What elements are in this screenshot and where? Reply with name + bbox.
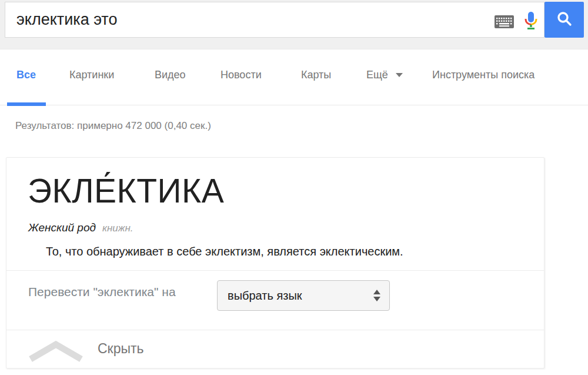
tab-news[interactable]: Новости	[220, 69, 262, 81]
search-button[interactable]	[544, 2, 584, 38]
tab-more-label: Ещё	[366, 69, 388, 81]
language-select-value: выбрать язык	[218, 289, 302, 303]
hide-card-button[interactable]: Скрыть	[6, 330, 544, 369]
spinner-down-arrow	[373, 297, 380, 301]
spinner-up-arrow	[373, 290, 380, 294]
word-title: ЭКЛЕ́КТИКА	[28, 172, 224, 210]
active-tab-underline	[7, 102, 46, 106]
search-box[interactable]	[5, 2, 544, 38]
dictionary-card: ЭКЛЕ́КТИКА Женский родкнижн. То, что обн…	[6, 157, 544, 369]
word-gender: Женский род	[28, 221, 96, 234]
result-tabs: Все Картинки Видео Новости Карты Ещё Инс…	[0, 50, 588, 105]
keyboard-icon[interactable]	[495, 15, 514, 31]
tab-more[interactable]: Ещё	[366, 69, 403, 81]
select-spinner-icon	[373, 281, 380, 310]
search-icon	[556, 11, 573, 29]
hide-label: Скрыть	[98, 341, 144, 357]
word-register: книжн.	[102, 223, 133, 234]
translate-label: Перевести "эклектика" на	[28, 285, 176, 299]
tab-images[interactable]: Картинки	[69, 69, 114, 81]
result-stats: Результатов: примерно 472 000 (0,40 сек.…	[15, 120, 211, 132]
tab-video[interactable]: Видео	[155, 69, 186, 81]
microphone-icon[interactable]	[523, 11, 539, 34]
tab-maps[interactable]: Карты	[301, 69, 331, 81]
search-input[interactable]	[5, 2, 544, 37]
language-select[interactable]: выбрать язык	[217, 280, 390, 311]
word-definition: То, что обнаруживает в себе эклектизм, я…	[46, 245, 403, 258]
chevron-down-icon	[396, 73, 403, 77]
tab-search-tools[interactable]: Инструменты поиска	[432, 69, 534, 81]
card-divider	[6, 270, 544, 271]
word-grammar-line: Женский родкнижн.	[28, 221, 133, 234]
tab-all[interactable]: Все	[16, 69, 36, 81]
chevron-up-icon	[25, 340, 86, 366]
search-header	[0, 0, 588, 49]
